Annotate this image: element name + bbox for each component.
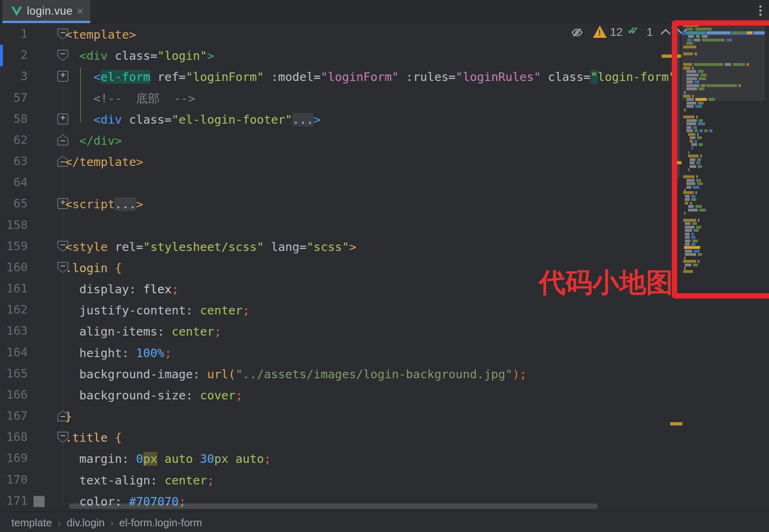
- code-line-170[interactable]: 170 text-align: center;: [0, 469, 673, 491]
- code-text: height: 100%;: [65, 345, 172, 361]
- code-line-168[interactable]: 168−.title {: [0, 427, 673, 448]
- code-line-64[interactable]: 64: [0, 172, 673, 194]
- line-number[interactable]: 62: [0, 133, 28, 147]
- line-number[interactable]: 158: [0, 218, 28, 232]
- code-line-166[interactable]: 166 background-size: cover;: [0, 384, 673, 406]
- minimap-row: [682, 52, 765, 55]
- code-text: </div>: [65, 133, 122, 148]
- minimap-row: [682, 98, 765, 101]
- line-number[interactable]: 161: [0, 281, 28, 295]
- minimap-row: [682, 129, 765, 132]
- line-number[interactable]: 63: [0, 154, 28, 168]
- minimap-row: [682, 28, 765, 31]
- minimap-row: [682, 46, 765, 48]
- minimap-row: [682, 91, 765, 94]
- code-line-63[interactable]: 63−</template>: [0, 151, 673, 172]
- minimap-row: [682, 119, 765, 122]
- line-number[interactable]: 163: [0, 324, 28, 338]
- breadcrumb-item-div-login[interactable]: div.login: [67, 517, 105, 529]
- code-line-62[interactable]: 62− </div>: [0, 130, 673, 151]
- line-number[interactable]: 160: [0, 260, 28, 274]
- minimap-row: [682, 116, 765, 118]
- chevron-up-icon[interactable]: [660, 28, 672, 37]
- code-line-159[interactable]: 159−<style rel="stylesheet/scss" lang="s…: [0, 236, 673, 257]
- line-number[interactable]: 171: [0, 494, 28, 508]
- minimap-row: [682, 229, 765, 232]
- code-line-162[interactable]: 162 justify-content: center;: [0, 299, 673, 321]
- line-number[interactable]: 65: [0, 196, 28, 210]
- ok-count[interactable]: 1: [647, 26, 653, 39]
- line-number[interactable]: 1: [0, 27, 28, 41]
- line-number[interactable]: 64: [0, 175, 28, 189]
- warning-count[interactable]: 12: [610, 26, 623, 39]
- code-line-161[interactable]: 161 display: flex;: [0, 278, 673, 300]
- line-number[interactable]: 166: [0, 388, 28, 401]
- minimap-row: [682, 63, 765, 66]
- double-check-icon[interactable]: ✓✓: [627, 24, 634, 37]
- minimap-row: [682, 243, 765, 246]
- line-number[interactable]: 3: [0, 69, 28, 83]
- minimap-row: [682, 195, 765, 198]
- line-number[interactable]: 159: [0, 239, 28, 253]
- code-line-169[interactable]: 169 margin: 0px auto 30px auto;: [0, 448, 673, 469]
- minimap-row: [682, 253, 765, 256]
- line-number[interactable]: 165: [0, 366, 28, 380]
- breadcrumbs-bar: template›div.login›el-form.login-form: [0, 511, 769, 532]
- code-line-163[interactable]: 163 align-items: center;: [0, 321, 673, 342]
- minimap-row: [682, 74, 765, 76]
- minimap-row: [682, 222, 765, 225]
- code-line-160[interactable]: 160−.login {: [0, 257, 673, 279]
- code-line-158[interactable]: 158: [0, 215, 673, 236]
- minimap-row: [682, 212, 765, 215]
- code-line-165[interactable]: 165 background-image: url("../assets/ima…: [0, 363, 673, 385]
- minimap-row: [682, 182, 765, 185]
- line-number[interactable]: 167: [0, 409, 28, 423]
- code-text: }: [65, 409, 72, 424]
- code-line-57[interactable]: 57 <!-- 底部 -->: [0, 87, 673, 109]
- tab-login-vue[interactable]: login.vue ×: [2, 0, 90, 23]
- code-line-164[interactable]: 164 height: 100%;: [0, 342, 673, 364]
- minimap-row: [682, 151, 765, 154]
- line-number[interactable]: 57: [0, 91, 28, 105]
- minimap-row: [682, 267, 765, 270]
- code-editor[interactable]: 1−<template>2− <div class="login">3+ <el…: [0, 24, 769, 511]
- warning-triangle-icon[interactable]: !: [593, 26, 607, 38]
- minimap-row: [682, 24, 765, 27]
- code-text: margin: 0px auto 30px auto;: [65, 451, 271, 467]
- kebab-menu-icon[interactable]: [757, 4, 764, 20]
- vue-logo-icon: [11, 7, 22, 16]
- tab-close-icon[interactable]: ×: [77, 5, 83, 18]
- minimap-row: [682, 236, 765, 239]
- vertical-scrollbar-thumb[interactable]: [672, 24, 680, 180]
- line-number[interactable]: 164: [0, 345, 28, 359]
- code-text: background-size: cover;: [65, 388, 243, 403]
- eye-off-icon[interactable]: [570, 26, 584, 41]
- code-line-167[interactable]: 167−}: [0, 406, 673, 427]
- minimap-row: [682, 35, 765, 38]
- minimap-row: [682, 240, 765, 242]
- minimap-row: [682, 158, 765, 161]
- stripe-warning-mark[interactable]: [670, 422, 682, 425]
- breadcrumb-item-template[interactable]: template: [11, 517, 52, 529]
- code-minimap[interactable]: [682, 24, 765, 300]
- minimap-row: [682, 143, 765, 146]
- line-number[interactable]: 2: [0, 48, 28, 62]
- minimap-row: [682, 198, 765, 201]
- breadcrumb-item-el-form-login-form[interactable]: el-form.login-form: [119, 517, 202, 529]
- code-line-2[interactable]: 2− <div class="login">: [0, 45, 673, 66]
- minimap-row: [682, 250, 765, 253]
- line-number[interactable]: 162: [0, 303, 28, 316]
- code-text: <div class="login">: [65, 48, 214, 63]
- line-number[interactable]: 170: [0, 473, 28, 486]
- line-number[interactable]: 168: [0, 430, 28, 444]
- code-text: </template>: [65, 154, 143, 170]
- color-preview-swatch[interactable]: [33, 496, 45, 507]
- horizontal-scrollbar-thumb[interactable]: [69, 504, 598, 509]
- code-line-65[interactable]: 65+<script...>: [0, 193, 673, 215]
- line-number[interactable]: 58: [0, 112, 28, 126]
- breadcrumb-separator-icon: ›: [110, 517, 113, 529]
- line-number[interactable]: 169: [0, 451, 28, 465]
- code-line-3[interactable]: 3+ <el-form ref="loginForm" :model="logi…: [0, 66, 673, 87]
- minimap-row: [682, 175, 765, 178]
- code-line-58[interactable]: 58+ <div class="el-login-footer"...>: [0, 109, 673, 130]
